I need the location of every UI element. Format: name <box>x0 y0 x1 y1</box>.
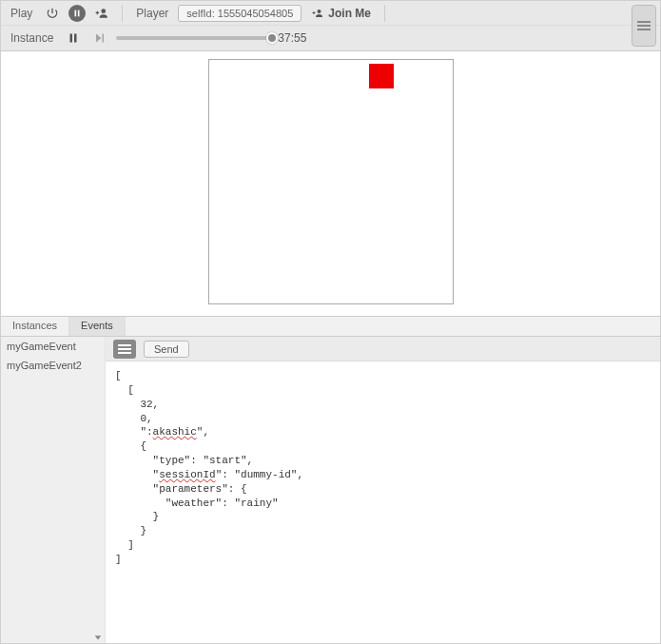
play-label: Play <box>7 7 36 20</box>
instance-label: Instance <box>7 31 57 45</box>
separator <box>122 5 123 22</box>
svg-marker-6 <box>96 34 102 43</box>
tab-events[interactable]: Events <box>69 317 126 336</box>
tab-instances[interactable]: Instances <box>1 317 69 336</box>
bottom-tabs: Instances Events <box>1 316 660 337</box>
svg-rect-1 <box>78 10 80 16</box>
send-button[interactable]: Send <box>144 341 189 358</box>
svg-rect-4 <box>70 34 73 43</box>
add-user-icon[interactable] <box>91 3 112 24</box>
svg-point-2 <box>102 9 107 13</box>
game-canvas[interactable] <box>208 59 454 304</box>
self-id-pill[interactable]: selfId: 1555045054805 <box>178 5 301 22</box>
slider-track[interactable] <box>116 36 272 40</box>
sidebar-item[interactable]: myGameEvent2 <box>1 356 105 375</box>
bottom-pane: myGameEvent myGameEvent2 Send [ [ 32, 0,… <box>1 337 660 644</box>
events-sidebar: myGameEvent myGameEvent2 <box>1 337 106 644</box>
event-json-body[interactable]: [ [ 32, 0, ":akashic", { "type": "start"… <box>106 361 660 644</box>
timeline-slider[interactable]: 37:55 <box>116 31 306 45</box>
pause-icon[interactable] <box>68 5 86 22</box>
svg-rect-0 <box>75 10 77 16</box>
menu-button[interactable] <box>632 5 656 47</box>
svg-marker-8 <box>95 635 102 639</box>
toolbar-row-instance: Instance 37:55 <box>1 26 660 50</box>
svg-rect-5 <box>74 34 77 43</box>
power-icon[interactable] <box>42 3 63 24</box>
hamburger-icon <box>637 21 651 30</box>
join-me-button[interactable]: Join Me <box>307 7 375 20</box>
event-main: Send [ [ 32, 0, ":akashic", { "type": "s… <box>106 337 660 644</box>
red-block <box>369 64 394 88</box>
instance-pause-icon[interactable] <box>63 28 84 49</box>
event-toolbar: Send <box>106 337 660 361</box>
time-display: 37:55 <box>278 31 306 45</box>
player-label: Player <box>132 7 172 20</box>
join-me-label: Join Me <box>328 7 371 20</box>
chevron-down-icon[interactable] <box>91 631 105 644</box>
svg-rect-7 <box>103 34 105 43</box>
separator <box>384 5 385 22</box>
canvas-area <box>1 51 660 316</box>
slider-thumb[interactable] <box>266 32 278 44</box>
step-forward-icon[interactable] <box>89 28 110 49</box>
top-toolbar: Play Player selfId: 1555045054805 Join M… <box>1 1 660 51</box>
sidebar-item[interactable]: myGameEvent <box>1 337 105 356</box>
svg-point-3 <box>318 10 321 13</box>
list-icon[interactable] <box>113 340 136 359</box>
toolbar-row-play: Play Player selfId: 1555045054805 Join M… <box>1 1 660 26</box>
